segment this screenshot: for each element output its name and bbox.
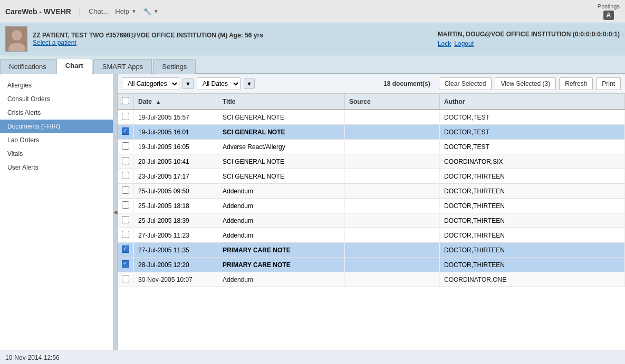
sidebar-item-documents-fhir[interactable]: Documents (FHIR) — [0, 120, 113, 133]
documents-table: Date ▲ Title Source Author — [118, 94, 625, 350]
row-checkbox[interactable] — [122, 201, 129, 209]
print-button[interactable]: Print — [596, 77, 621, 90]
category-dropdown-button[interactable]: ▼ — [182, 78, 194, 89]
row-checkbox[interactable] — [122, 275, 129, 282]
cell-title: SCI GENERAL NOTE — [218, 110, 345, 125]
cell-title: PRIMARY CARE NOTE — [218, 258, 345, 272]
select-all-checkbox[interactable] — [122, 97, 129, 104]
category-filter[interactable]: All Categories — [122, 77, 179, 90]
tab-settings[interactable]: Settings — [153, 59, 196, 74]
cell-source — [345, 125, 440, 140]
provider-info: MARTIN, DOUG@VOE OFFICE INSTITUTION (0:0… — [438, 31, 620, 47]
cell-author: DOCTOR,THIRTEEN — [440, 199, 625, 213]
logout-button[interactable]: Logout — [454, 40, 474, 47]
lock-button[interactable]: Lock — [438, 40, 451, 47]
table-header-row: Date ▲ Title Source Author — [118, 94, 625, 110]
cell-date: 27-Jul-2005 11:23 — [134, 228, 218, 243]
nav-help-button[interactable]: Help ▼ — [115, 7, 137, 15]
sidebar-item-user-alerts[interactable]: User Alerts — [0, 161, 113, 174]
postings-badge[interactable]: A — [603, 11, 614, 20]
cell-source — [345, 110, 440, 125]
cell-author: DOCTOR,THIRTEEN — [440, 184, 625, 199]
patient-select-link[interactable]: Select a patient — [33, 39, 76, 46]
table-row: 28-Jul-2005 12:20PRIMARY CARE NOTEDOCTOR… — [118, 258, 625, 272]
cell-source — [345, 184, 440, 199]
postings-label: Postings — [598, 3, 620, 9]
row-checkbox[interactable] — [122, 231, 129, 238]
cell-source — [345, 258, 440, 272]
cell-author: DOCTOR,THIRTEEN — [440, 258, 625, 272]
col-author-header[interactable]: Author — [440, 94, 625, 110]
sidebar-item-allergies[interactable]: Allergies — [0, 78, 113, 92]
cell-title: Addendum — [218, 228, 345, 243]
cell-date: 20-Jul-2005 10:41 — [134, 154, 218, 169]
tab-bar: Notifications Chart SMART Apps Settings — [0, 55, 625, 74]
provider-actions: Lock Logout — [438, 40, 620, 47]
cell-author: DOCTOR,THIRTEEN — [440, 228, 625, 243]
nav-chat-button[interactable]: Chat... — [89, 7, 109, 15]
col-date-header[interactable]: Date ▲ — [134, 94, 218, 110]
table-row: 25-Jul-2005 09:50AddendumDOCTOR,THIRTEEN — [118, 184, 625, 199]
cell-date: 28-Jul-2005 12:20 — [134, 258, 218, 272]
row-checkbox[interactable] — [122, 172, 129, 179]
clear-selected-button[interactable]: Clear Selected — [439, 77, 492, 90]
cell-source — [345, 213, 440, 228]
date-filter[interactable]: All Dates — [197, 77, 241, 90]
sidebar-item-lab-orders[interactable]: Lab Orders — [0, 133, 113, 147]
svg-point-1 — [12, 30, 22, 41]
cell-source — [345, 228, 440, 243]
refresh-button[interactable]: Refresh — [559, 77, 593, 90]
cell-source — [345, 272, 440, 287]
cell-author: COORDINATOR,SIX — [440, 154, 625, 169]
sidebar: Allergies Consult Orders Crisis Alerts D… — [0, 74, 113, 350]
sidebar-item-consult-orders[interactable]: Consult Orders — [0, 92, 113, 106]
cell-date: 30-Nov-2005 10:07 — [134, 272, 218, 287]
cell-title: SCI GENERAL NOTE — [218, 154, 345, 169]
tab-chart[interactable]: Chart — [56, 58, 92, 74]
view-selected-button[interactable]: View Selected (3) — [495, 77, 556, 90]
date-sort-icon: ▲ — [156, 99, 161, 105]
tab-smart-apps[interactable]: SMART Apps — [93, 59, 152, 74]
main-content: Allergies Consult Orders Crisis Alerts D… — [0, 74, 625, 350]
top-nav-bar: CareWeb - WVEHR Chat... Help ▼ 🔧 ▼ Posti… — [0, 0, 625, 23]
row-checkbox[interactable] — [122, 245, 129, 253]
cell-date: 25-Jul-2005 18:18 — [134, 199, 218, 213]
status-bar: 10-Nov-2014 12:56 — [0, 350, 625, 364]
patient-bar: ZZ PATIENT, TEST TWO #357698@VOE OFFICE … — [0, 23, 625, 55]
collapse-arrow-icon: ◀ — [113, 209, 118, 215]
table-row: 19-Jul-2005 15:57SCI GENERAL NOTEDOCTOR,… — [118, 110, 625, 125]
cell-date: 23-Jul-2005 17:17 — [134, 169, 218, 184]
tools-icon: 🔧 — [143, 7, 151, 15]
provider-name: MARTIN, DOUG@VOE OFFICE INSTITUTION (0:0… — [438, 31, 620, 38]
table-row: 20-Jul-2005 10:41SCI GENERAL NOTECOORDIN… — [118, 154, 625, 169]
cell-date: 19-Jul-2005 15:57 — [134, 110, 218, 125]
col-source-header[interactable]: Source — [345, 94, 440, 110]
table-row: 27-Jul-2005 11:35PRIMARY CARE NOTEDOCTOR… — [118, 243, 625, 258]
cell-source — [345, 140, 440, 154]
row-checkbox[interactable] — [122, 127, 129, 135]
sidebar-item-vitals[interactable]: Vitals — [0, 147, 113, 161]
table-row: 23-Jul-2005 17:17SCI GENERAL NOTEDOCTOR,… — [118, 169, 625, 184]
cell-date: 25-Jul-2005 18:39 — [134, 213, 218, 228]
row-checkbox[interactable] — [122, 142, 129, 150]
tab-notifications[interactable]: Notifications — [0, 59, 55, 74]
row-checkbox[interactable] — [122, 216, 129, 223]
sidebar-item-crisis-alerts[interactable]: Crisis Alerts — [0, 106, 113, 120]
cell-date: 25-Jul-2005 09:50 — [134, 184, 218, 199]
cell-title: Addendum — [218, 272, 345, 287]
cell-title: SCI GENERAL NOTE — [218, 169, 345, 184]
row-checkbox[interactable] — [122, 157, 129, 164]
cell-author: DOCTOR,THIRTEEN — [440, 169, 625, 184]
row-checkbox[interactable] — [122, 113, 129, 120]
cell-title: Addendum — [218, 199, 345, 213]
date-dropdown-button[interactable]: ▼ — [244, 78, 255, 89]
table-row: 30-Nov-2005 10:07AddendumCOORDINATOR,ONE — [118, 272, 625, 287]
cell-author: DOCTOR,TEST — [440, 110, 625, 125]
col-title-header[interactable]: Title — [218, 94, 345, 110]
sidebar-collapse-handle[interactable]: ◀ — [113, 74, 118, 350]
row-checkbox[interactable] — [122, 260, 129, 268]
nav-tools-button[interactable]: 🔧 ▼ — [143, 7, 159, 15]
table-row: 19-Jul-2005 16:05Adverse React/AllergyDO… — [118, 140, 625, 154]
app-title: CareWeb - WVEHR — [5, 7, 80, 16]
row-checkbox[interactable] — [122, 186, 129, 194]
